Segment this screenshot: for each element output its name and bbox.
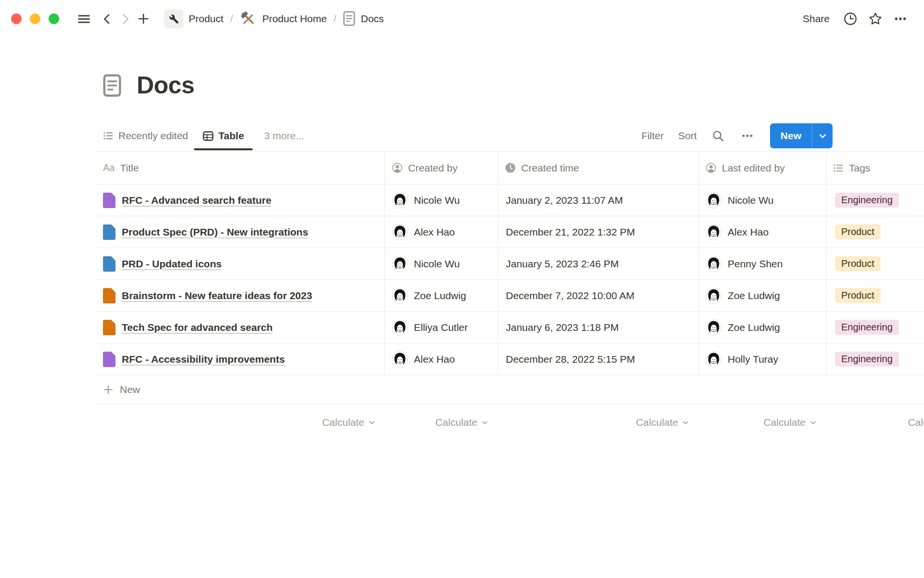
doc-title-link[interactable]: Tech Spec for advanced search <box>122 322 273 333</box>
column-header-title[interactable]: Aa Title <box>94 152 385 184</box>
sort-button[interactable]: Sort <box>677 128 698 144</box>
tag-badge[interactable]: Product <box>835 256 881 271</box>
close-window-button[interactable] <box>11 13 22 24</box>
person-name: Alex Hao <box>728 226 769 238</box>
doc-title-link[interactable]: RFC - Advanced search feature <box>122 195 271 206</box>
last-edited-by-cell[interactable]: Holly Turay <box>699 343 826 375</box>
person-icon <box>392 162 403 173</box>
calculate-last-edited-by[interactable]: Calculate <box>699 407 826 438</box>
avatar <box>706 351 722 368</box>
last-edited-by-cell[interactable]: Zoe Ludwig <box>699 280 826 312</box>
tab-table[interactable]: Table <box>194 130 253 142</box>
new-page-plus-icon[interactable] <box>134 10 153 28</box>
created-time-cell[interactable]: January 2, 2023 11:07 AM <box>498 184 699 216</box>
page-icon <box>103 224 116 240</box>
page-document-icon[interactable] <box>103 74 121 97</box>
search-icon[interactable] <box>710 128 727 144</box>
column-header-tags[interactable]: Tags <box>826 152 924 184</box>
title-cell[interactable]: RFC - Advanced search feature <box>94 184 385 216</box>
calculate-title[interactable]: Calculate <box>94 407 385 438</box>
avatar <box>706 192 722 209</box>
doc-title-link[interactable]: PRD - Updated icons <box>122 258 222 270</box>
page-title[interactable]: Docs <box>137 71 194 99</box>
back-icon[interactable] <box>98 10 116 28</box>
created-by-cell[interactable]: Alex Hao <box>385 216 498 248</box>
add-new-row-button[interactable]: New <box>94 375 924 404</box>
tags-cell[interactable]: Engineering <box>826 184 924 216</box>
person-name: Zoe Ludwig <box>728 322 780 333</box>
tags-cell[interactable]: Product <box>826 280 924 312</box>
created-time-cell[interactable]: December 28, 2022 5:15 PM <box>498 343 699 375</box>
fullscreen-window-button[interactable] <box>49 13 59 24</box>
created-time-cell[interactable]: December 7, 2022 10:00 AM <box>498 280 699 312</box>
breadcrumb-item-docs[interactable]: Docs <box>343 11 384 26</box>
share-button[interactable]: Share <box>798 10 834 27</box>
more-options-icon[interactable] <box>891 10 910 28</box>
filter-button[interactable]: Filter <box>641 128 665 144</box>
column-header-created-by[interactable]: Created by <box>385 152 498 184</box>
title-cell[interactable]: Brainstorm - New feature ideas for 2023 <box>94 280 385 312</box>
title-cell[interactable]: Product Spec (PRD) - New integrations <box>94 216 385 248</box>
tags-cell[interactable]: Product <box>826 248 924 280</box>
sidebar-menu-icon[interactable] <box>75 10 93 28</box>
created-by-cell[interactable]: Alex Hao <box>385 343 498 375</box>
tags-cell[interactable]: Product <box>826 216 924 248</box>
title-cell[interactable]: RFC - Accessibility improvements <box>94 343 385 375</box>
created-time-cell[interactable]: December 21, 2022 1:32 PM <box>498 216 699 248</box>
created-time-cell[interactable]: January 5, 2023 2:46 PM <box>498 248 699 280</box>
column-header-created-time[interactable]: Created time <box>498 152 699 184</box>
person-icon <box>706 162 717 173</box>
created-time-cell[interactable]: January 6, 2023 1:18 PM <box>498 312 699 343</box>
tag-badge[interactable]: Product <box>835 224 881 239</box>
last-edited-by-cell[interactable]: Penny Shen <box>699 248 826 280</box>
created-by-cell[interactable]: Elliya Cutler <box>385 312 498 343</box>
window-controls <box>11 13 59 24</box>
view-toolbar: Recently edited Table 3 more... Filter S… <box>94 120 924 152</box>
tags-cell[interactable]: Engineering <box>826 312 924 343</box>
person-name: Nicole Wu <box>728 195 773 206</box>
person-name: Elliya Cutler <box>414 322 468 333</box>
person-name: Zoe Ludwig <box>414 290 466 302</box>
created-by-cell[interactable]: Nicole Wu <box>385 248 498 280</box>
tag-badge[interactable]: Engineering <box>835 193 899 208</box>
tab-recently-edited[interactable]: Recently edited <box>103 130 188 142</box>
view-options-dots-icon[interactable] <box>739 128 756 144</box>
tag-badge[interactable]: Product <box>835 288 881 303</box>
docs-table: Aa Title Created by Created time Last ed… <box>94 152 924 438</box>
column-header-last-edited-by[interactable]: Last edited by <box>699 152 826 184</box>
tag-badge[interactable]: Engineering <box>835 320 899 335</box>
doc-title-link[interactable]: Product Spec (PRD) - New integrations <box>122 226 308 238</box>
avatar <box>392 192 408 209</box>
title-cell[interactable]: Tech Spec for advanced search <box>94 312 385 343</box>
last-edited-by-cell[interactable]: Alex Hao <box>699 216 826 248</box>
new-dropdown-chevron-icon[interactable] <box>812 123 833 148</box>
person-name: Nicole Wu <box>414 258 460 270</box>
new-button-group: New <box>770 123 833 148</box>
tags-cell[interactable]: Engineering <box>826 343 924 375</box>
page-icon <box>103 288 116 303</box>
updates-clock-icon[interactable] <box>841 10 860 28</box>
last-edited-by-cell[interactable]: Nicole Wu <box>699 184 826 216</box>
doc-title-link[interactable]: Brainstorm - New feature ideas for 2023 <box>122 290 312 302</box>
created-by-cell[interactable]: Nicole Wu <box>385 184 498 216</box>
person-name: Penny Shen <box>728 258 783 270</box>
breadcrumb-item-product[interactable]: Product <box>164 9 223 28</box>
tab-label: Table <box>218 130 244 142</box>
new-button[interactable]: New <box>770 123 812 148</box>
more-views-button[interactable]: 3 more... <box>264 130 304 142</box>
calculate-tags[interactable]: Calculate <box>826 407 924 438</box>
forward-icon[interactable] <box>116 10 134 28</box>
wrench-icon <box>164 9 183 28</box>
breadcrumb-separator: / <box>230 13 233 25</box>
doc-title-link[interactable]: RFC - Accessibility improvements <box>122 354 285 365</box>
minimize-window-button[interactable] <box>30 13 40 24</box>
title-cell[interactable]: PRD - Updated icons <box>94 248 385 280</box>
breadcrumb-item-product-home[interactable]: Product Home <box>240 10 327 27</box>
created-by-cell[interactable]: Zoe Ludwig <box>385 280 498 312</box>
calculate-created-time[interactable]: Calculate <box>498 407 699 438</box>
tag-badge[interactable]: Engineering <box>835 352 899 367</box>
calculate-created-by[interactable]: Calculate <box>385 407 498 438</box>
last-edited-by-cell[interactable]: Zoe Ludwig <box>699 312 826 343</box>
avatar <box>392 319 408 336</box>
favorite-star-icon[interactable] <box>866 10 885 28</box>
